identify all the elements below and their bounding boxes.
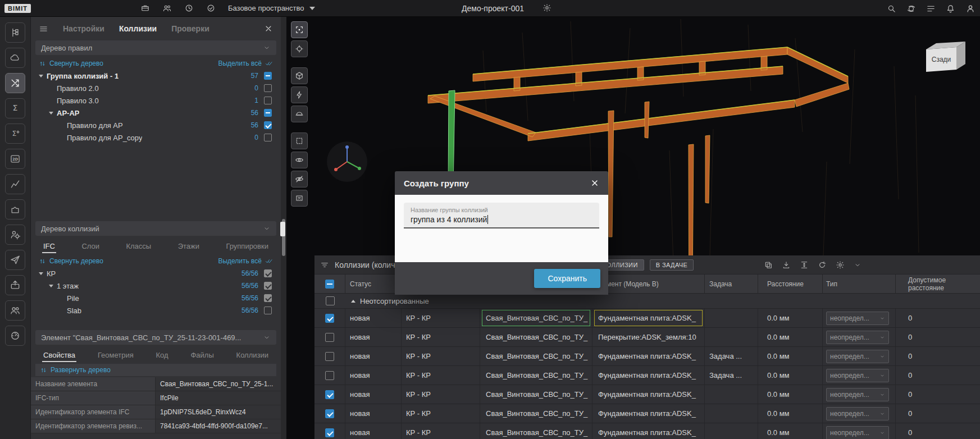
collision-row[interactable]: новаяКР - КРСвая_Винтовая_СВС_по_ТУ_Фунд… xyxy=(314,423,980,439)
orientation-button[interactable] xyxy=(291,106,308,122)
storage-icon[interactable] xyxy=(140,3,150,13)
show-elements-button[interactable] xyxy=(291,152,308,168)
allowed-distance-cell[interactable]: 0 xyxy=(896,347,980,365)
checkbox[interactable] xyxy=(326,296,335,305)
group-row-unsorted[interactable]: Неотсортированные xyxy=(314,294,980,309)
rail-button-charts[interactable] xyxy=(5,174,25,194)
checkbox[interactable] xyxy=(264,97,272,104)
checkbox[interactable] xyxy=(264,269,272,277)
allowed-distance-cell[interactable]: 0 xyxy=(896,309,980,327)
quick-mode-button[interactable] xyxy=(291,86,308,103)
property-row[interactable]: Название элементаСвая_Винтовая_СВС_по_ТУ… xyxy=(31,377,281,391)
checkbox[interactable] xyxy=(325,352,334,361)
tree-row[interactable]: Правило 3.01 xyxy=(35,94,276,107)
column-allowed-distance[interactable]: Допустимое расстояние xyxy=(896,275,980,293)
collapse-group-icon[interactable] xyxy=(351,300,355,303)
checkbox[interactable] xyxy=(264,294,272,302)
task-cell[interactable] xyxy=(705,309,758,327)
rail-button-model-tree[interactable] xyxy=(5,22,25,43)
tree-expand-caret[interactable] xyxy=(49,112,53,115)
checkbox[interactable] xyxy=(325,371,334,380)
chip-in-task[interactable]: В ЗАДАЧЕ xyxy=(650,259,694,271)
element-b-cell[interactable]: Фундаментная плита:ADSK_ xyxy=(592,347,705,365)
select-all-link[interactable]: Выделить всё xyxy=(218,60,262,67)
collision-row[interactable]: новаяКР - КРСвая_Винтовая_СВС_по_ТУ_Пере… xyxy=(314,328,980,347)
expand-tree-bar[interactable]: Развернуть дерево xyxy=(35,364,276,376)
workspace-selector[interactable]: Базовое пространство xyxy=(228,4,316,12)
rail-button-cloud-sync[interactable] xyxy=(5,48,25,68)
task-cell[interactable]: Задача ... xyxy=(705,347,758,365)
element-a-cell[interactable]: Свая_Винтовая_СВС_по_ТУ_ xyxy=(480,423,592,439)
clear-selection-button[interactable] xyxy=(291,190,308,207)
download-icon[interactable] xyxy=(782,260,791,269)
task-cell[interactable]: Задача ... xyxy=(705,366,758,385)
tab-collisions-el[interactable]: Коллизии xyxy=(235,349,270,362)
fit-rows-icon[interactable] xyxy=(800,260,809,269)
element-b-cell[interactable]: Фундаментная плита:ADSK_ xyxy=(592,423,705,439)
allowed-distance-cell[interactable]: 0 xyxy=(896,328,980,346)
allowed-distance-cell[interactable]: 0 xyxy=(896,423,980,439)
rail-button-2d[interactable] xyxy=(5,149,25,169)
selection-frame-button[interactable] xyxy=(291,132,308,149)
tree-row[interactable]: Slab56/56 xyxy=(35,304,276,317)
tab-ifc[interactable]: IFC xyxy=(42,240,56,253)
tree-expand-caret[interactable] xyxy=(49,285,53,287)
rail-button-sum-plus[interactable] xyxy=(5,124,25,144)
copy-icon[interactable] xyxy=(764,260,773,269)
element-a-cell[interactable]: Свая_Винтовая_СВС_по_ТУ_ xyxy=(480,366,592,385)
element-a-cell[interactable]: Свая_Винтовая_СВС_по_ТУ_ xyxy=(480,328,592,346)
collision-row[interactable]: новаяКР - КРСвая_Винтовая_СВС_по_ТУ_Фунд… xyxy=(314,385,980,404)
group-name-input[interactable]: Название группы коллизий группа из 4 кол… xyxy=(404,203,599,228)
tab-geometry[interactable]: Геометрия xyxy=(97,349,135,362)
collapse-tree-link[interactable]: Свернуть дерево xyxy=(49,257,103,265)
chevron-down-icon[interactable] xyxy=(854,261,862,269)
rail-button-user-settings[interactable] xyxy=(5,225,25,245)
orbit-icon[interactable] xyxy=(906,4,916,13)
column-type[interactable]: Тип xyxy=(823,275,896,293)
zoom-window-button[interactable] xyxy=(291,21,308,38)
property-row[interactable]: IFC-типIfcPile xyxy=(31,391,281,405)
tree-row[interactable]: 1 этаж56/56 xyxy=(35,280,276,292)
tab-layers[interactable]: Слои xyxy=(80,240,101,253)
type-dropdown[interactable]: неопредел... xyxy=(826,388,889,401)
checkbox[interactable] xyxy=(264,109,272,117)
collision-row[interactable]: новаяКР - КРСвая_Винтовая_СВС_по_ТУ_Фунд… xyxy=(314,347,980,366)
tab-classes[interactable]: Классы xyxy=(125,240,152,253)
notifications-bell-icon[interactable] xyxy=(946,4,955,13)
rail-button-team[interactable] xyxy=(5,300,25,321)
collision-row[interactable]: новаяКР - КРСвая_Винтовая_СВС_по_ТУ_Фунд… xyxy=(314,404,980,423)
tree-row[interactable]: КР56/56 xyxy=(35,267,276,280)
element-b-cell[interactable]: Перекрытие:ADSK_земля:10 xyxy=(592,328,705,346)
column-model-b[interactable]: Элемент (Модель B) xyxy=(592,275,705,293)
pile-cap-beams[interactable] xyxy=(428,47,849,141)
checkbox[interactable] xyxy=(264,84,272,92)
element-a-cell[interactable]: Свая_Винтовая_СВС_по_ТУ_ xyxy=(480,385,592,404)
allowed-distance-cell[interactable]: 0 xyxy=(896,404,980,423)
tree-row[interactable]: Правило для АР56 xyxy=(35,119,276,131)
navigation-gizmo[interactable] xyxy=(321,136,373,188)
close-panel-icon[interactable] xyxy=(264,24,273,33)
type-dropdown[interactable]: неопредел... xyxy=(826,369,889,382)
section-box-button[interactable] xyxy=(291,67,308,84)
type-dropdown[interactable]: неопредел... xyxy=(826,331,889,344)
menu-list-icon[interactable] xyxy=(926,4,936,13)
tree-expand-caret[interactable] xyxy=(39,75,43,77)
collision-row[interactable]: новаяКР - КРСвая_Винтовая_СВС_по_ТУ_Фунд… xyxy=(314,309,980,328)
checkbox[interactable] xyxy=(264,307,272,314)
checkbox[interactable] xyxy=(325,428,334,437)
column-distance[interactable]: Расстояние xyxy=(758,275,823,293)
task-cell[interactable] xyxy=(705,385,758,404)
rail-button-sum[interactable] xyxy=(5,98,25,118)
checkbox[interactable] xyxy=(264,121,272,129)
rail-button-dashboard[interactable] xyxy=(5,326,25,346)
task-cell[interactable] xyxy=(705,423,758,439)
column-status[interactable]: Статус xyxy=(345,275,402,293)
type-dropdown[interactable]: неопредел... xyxy=(826,426,889,439)
section-header-element[interactable]: Элемент "Свая_Винтовая_СВС_по_ТУ_25-11-2… xyxy=(35,330,276,345)
element-b-cell[interactable]: Фундаментная плита:ADSK_ xyxy=(592,309,705,327)
type-dropdown[interactable]: неопредел... xyxy=(826,407,889,420)
element-a-cell[interactable]: Свая_Винтовая_СВС_по_ТУ_ xyxy=(480,309,592,327)
allowed-distance-cell[interactable]: 0 xyxy=(896,385,980,404)
tab-files[interactable]: Файлы xyxy=(189,349,215,362)
focus-selection-button[interactable] xyxy=(291,40,308,57)
